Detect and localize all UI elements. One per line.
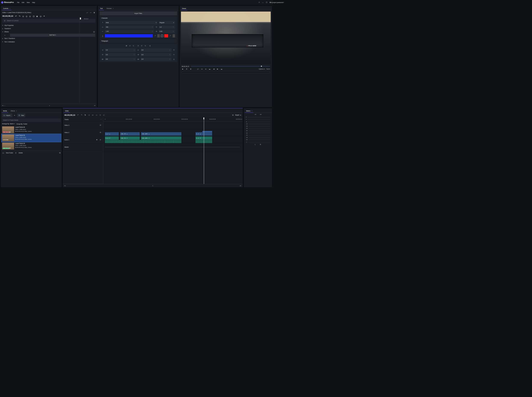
zoom-left-icon[interactable]: ◂▴ (64, 185, 66, 186)
columns-input[interactable]: 0.0▴▾ (105, 57, 136, 61)
delete-button[interactable]: Delete (18, 152, 23, 154)
viewer-timecode[interactable]: 00;03;35;13 (181, 66, 189, 67)
redo-icon[interactable]: ↷ (80, 114, 83, 116)
zoom-left-icon[interactable]: ◂▴ (2, 105, 4, 106)
leading-input[interactable]: 1.0▴▾ (159, 25, 175, 29)
tab-meters[interactable]: Meters× (245, 109, 254, 112)
slice-tool-icon[interactable] (88, 114, 90, 116)
track-audio1[interactable]: Audio 1 (63, 136, 103, 143)
kf-add-icon[interactable]: ◆ (36, 15, 38, 17)
viewer-full[interactable]: Full ▾ (266, 68, 270, 70)
valign-bot-icon[interactable] (173, 58, 175, 60)
timeline-ruler[interactable]: 0 00;01;00;02 00;02;00;04 00;03;00;06 00… (103, 118, 243, 122)
tab-text[interactable]: Text (99, 7, 104, 10)
align-right-icon[interactable] (132, 45, 135, 47)
align-center-icon[interactable] (129, 45, 131, 47)
clip-audio[interactable]: C00...MP4⚭ (141, 136, 181, 140)
clip-video[interactable]: C00...MP4⚭ (141, 132, 181, 135)
track-master[interactable]: Master (63, 143, 103, 151)
clip-audio-wave[interactable] (105, 140, 181, 143)
slip-tool-icon[interactable] (92, 114, 94, 116)
font-select[interactable]: Arial (105, 21, 157, 24)
hand-icon[interactable] (186, 68, 188, 70)
new-button[interactable]: New (17, 114, 25, 117)
viewer-scrubber[interactable] (191, 66, 270, 67)
kf-next-icon[interactable]: ◇ (29, 15, 31, 17)
tab-media[interactable]: Media (2, 109, 8, 112)
playhead[interactable] (204, 118, 204, 184)
viewer-canvas[interactable]: TITLE HERE (181, 12, 271, 64)
viewer-scrollbar[interactable] (181, 72, 270, 73)
close-tab-icon[interactable]: × (113, 8, 114, 9)
media-item-selected[interactable]: ▸TITLE HERE LowerThirds 031920 x 1080 pi… (1, 134, 61, 142)
kf-prev-icon[interactable]: ◇ (22, 15, 24, 17)
eye-icon[interactable] (99, 131, 102, 134)
valign-mid-icon[interactable] (173, 54, 175, 56)
play-icon[interactable]: ▶ (181, 68, 184, 70)
settings-icon[interactable] (103, 114, 105, 116)
out-point-icon[interactable] (205, 68, 207, 70)
rate-tool-icon[interactable] (95, 114, 98, 116)
valign-top-icon[interactable] (173, 49, 175, 51)
tab-editor[interactable]: Editor (64, 109, 70, 112)
weight-select[interactable]: Regular (159, 21, 175, 24)
select-tool-icon[interactable] (84, 114, 86, 116)
minimize-icon[interactable]: — (262, 1, 264, 4)
viewer-options[interactable]: Options ▾ (259, 68, 265, 70)
arrange-by[interactable]: Arrange By: Name (2, 123, 15, 125)
kf-sel-icon[interactable]: ◇ (40, 15, 42, 17)
justify-center-icon[interactable] (141, 45, 143, 47)
marker-out-icon[interactable]: ◻ (32, 15, 35, 17)
eyedropper-icon[interactable] (169, 35, 172, 37)
baseline-input[interactable]: 0.00▴▾ (159, 30, 175, 33)
mask-icon[interactable] (93, 11, 95, 14)
align-left-icon[interactable] (125, 45, 127, 47)
close-tab-icon[interactable]: × (16, 110, 17, 112)
group-by[interactable]: Group By: Folder (17, 123, 27, 125)
menu-file[interactable]: File (17, 2, 19, 3)
tab-effects[interactable]: Effects× (10, 109, 18, 112)
stroke-alpha[interactable] (173, 34, 175, 37)
fill-alpha[interactable] (157, 34, 160, 37)
tab-trimmer[interactable]: Trimmer× (105, 7, 115, 10)
justify-left-icon[interactable] (137, 45, 139, 47)
controls-mini-timeline[interactable]: 00;03;3 (79, 17, 97, 104)
eye-icon[interactable] (99, 124, 102, 126)
import-titles-button[interactable]: Import Titles (100, 11, 177, 15)
import-button[interactable]: Import... (2, 114, 12, 117)
maximize-icon[interactable] (265, 1, 268, 4)
media-search[interactable]: Search in Project Media (2, 118, 61, 122)
editor-timecode[interactable]: 00;03;35;13 (64, 114, 75, 116)
user-icon[interactable] (258, 1, 260, 4)
clip-video[interactable]: C...4⚭ (105, 132, 119, 135)
wave-icon[interactable] (99, 139, 102, 141)
kf-icon[interactable]: ◇ (25, 15, 28, 17)
zoom-handle-icon[interactable]: ▴ (49, 105, 50, 106)
timeline-area[interactable]: 0 00;01;00;02 00;02;00;04 00;03;00;06 00… (103, 118, 243, 184)
clip-audio[interactable]: C...4⚭ (105, 136, 119, 140)
go-start-icon[interactable]: ⏮ (209, 68, 211, 70)
menu-edit[interactable]: Edit (22, 2, 24, 3)
menu-help[interactable]: Help (32, 2, 35, 3)
stroke-color[interactable] (164, 34, 168, 37)
close-tab-icon[interactable]: × (9, 8, 10, 9)
mini-playhead-icon[interactable] (80, 18, 81, 19)
export-button[interactable]: Export ▸ (232, 114, 241, 116)
snap-icon[interactable] (99, 114, 101, 116)
zoom-handle-icon[interactable]: ▴ (152, 185, 153, 186)
play2-icon[interactable]: ▶ (217, 68, 219, 70)
redo-icon[interactable]: ↷ (18, 15, 21, 17)
tracking-input[interactable]: 1.00▴▾ (105, 30, 154, 33)
track-video3[interactable]: Video 3 (63, 122, 103, 129)
fill-color[interactable] (105, 34, 153, 37)
submenu-icon[interactable]: ▸ (13, 114, 16, 117)
tab-controls[interactable]: Controls× (2, 7, 11, 10)
first-indent-input[interactable]: 0.0▴▾ (105, 53, 136, 56)
kf-dot-icon[interactable]: ● (43, 15, 45, 17)
controls-timecode[interactable]: 00;03;35;13 (2, 15, 13, 17)
zoom-right-icon[interactable]: ▴▸ (240, 185, 242, 186)
loop-icon[interactable] (197, 68, 199, 70)
gutter-input[interactable]: 0.0▴▾ (141, 57, 172, 61)
justify-full-icon[interactable] (149, 45, 151, 47)
in-point-icon[interactable] (201, 68, 203, 70)
